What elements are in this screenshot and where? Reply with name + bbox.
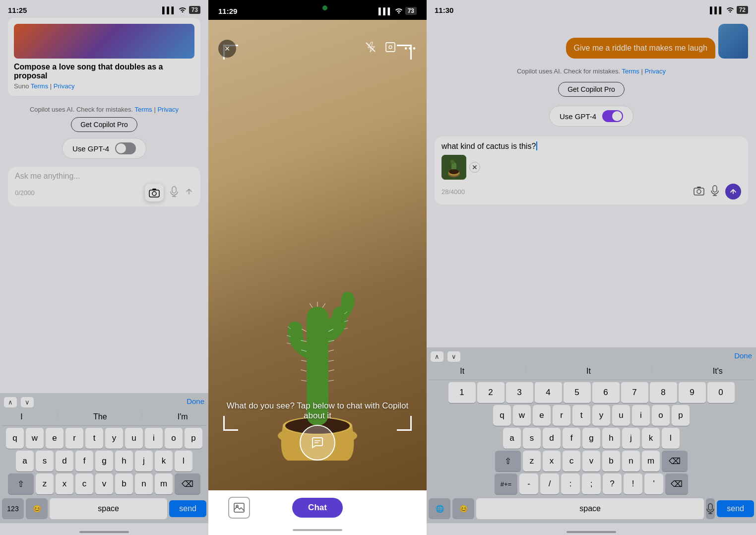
key-f[interactable]: f xyxy=(75,451,93,471)
key-h[interactable]: h xyxy=(115,451,133,471)
right-done-button[interactable]: Done xyxy=(734,351,752,362)
rkey-u[interactable]: u xyxy=(612,405,630,426)
num-0[interactable]: 0 xyxy=(707,382,735,403)
key-i[interactable]: i xyxy=(145,428,163,449)
key-r[interactable]: r xyxy=(65,428,83,449)
right-autocomplete-2[interactable]: It xyxy=(582,366,595,377)
rkey-s[interactable]: s xyxy=(523,428,541,449)
left-gpt4-toggle[interactable] xyxy=(115,142,136,154)
right-remove-thumb-button[interactable]: ✕ xyxy=(469,162,480,173)
key-z[interactable]: z xyxy=(36,473,54,494)
rkey-g[interactable]: g xyxy=(582,428,600,449)
rkey-t[interactable]: t xyxy=(572,405,590,426)
rkey-n[interactable]: n xyxy=(622,451,640,471)
right-key-mic[interactable] xyxy=(706,498,715,519)
rkey-z[interactable]: z xyxy=(523,451,541,471)
key-d[interactable]: d xyxy=(56,451,73,471)
key-w[interactable]: w xyxy=(26,428,44,449)
rkey-backspace[interactable]: ⌫ xyxy=(662,451,688,471)
middle-close-button[interactable]: × xyxy=(218,40,236,58)
flash-off-icon[interactable] xyxy=(365,41,377,56)
left-get-copilot-button[interactable]: Get Copilot Pro xyxy=(71,117,137,132)
left-terms-link[interactable]: Terms xyxy=(134,106,152,113)
rkey-p[interactable]: p xyxy=(672,405,690,426)
key-a[interactable]: a xyxy=(16,451,34,471)
key-v[interactable]: v xyxy=(95,473,113,494)
right-arrow-up[interactable]: ∧ xyxy=(431,351,443,362)
rkey-shift[interactable]: ⇧ xyxy=(495,451,521,471)
right-space-key[interactable]: space xyxy=(476,498,704,519)
key-e[interactable]: e xyxy=(46,428,63,449)
autocomplete-word-2[interactable]: The xyxy=(89,411,111,422)
num-5[interactable]: 5 xyxy=(564,382,591,403)
left-privacy-link[interactable]: Privacy xyxy=(157,106,179,113)
rkey-colon[interactable]: : xyxy=(561,473,580,494)
middle-gallery-button[interactable] xyxy=(228,497,250,519)
num-7[interactable]: 7 xyxy=(621,382,648,403)
key-k[interactable]: k xyxy=(155,451,173,471)
right-key-globe[interactable]: 🌐 xyxy=(429,498,450,519)
right-send-key[interactable]: send xyxy=(717,500,754,517)
num-1[interactable]: 1 xyxy=(448,382,476,403)
left-send-key[interactable]: send xyxy=(169,500,206,517)
rkey-d[interactable]: d xyxy=(543,428,561,449)
left-arrow-up[interactable]: ∧ xyxy=(4,397,17,407)
rkey-r[interactable]: r xyxy=(553,405,570,426)
left-input-area[interactable]: Ask me anything... 0/2000 xyxy=(8,167,200,206)
rkey-v[interactable]: v xyxy=(582,451,600,471)
rkey-tick[interactable]: ' xyxy=(644,473,663,494)
rkey-exclaim[interactable]: ! xyxy=(624,473,642,494)
key-s[interactable]: s xyxy=(36,451,54,471)
middle-chat-tab-button[interactable]: Chat xyxy=(292,498,343,518)
left-done-button[interactable]: Done xyxy=(187,397,204,407)
right-send-button[interactable] xyxy=(725,184,741,200)
right-key-emoji[interactable]: 😊 xyxy=(452,498,474,519)
left-camera-button[interactable] xyxy=(145,184,164,201)
key-q[interactable]: q xyxy=(6,428,24,449)
num-2[interactable]: 2 xyxy=(477,382,504,403)
num-3[interactable]: 3 xyxy=(506,382,533,403)
left-mic-icon[interactable] xyxy=(170,186,179,199)
card-terms-link[interactable]: Terms xyxy=(31,82,48,90)
middle-chat-circle-button[interactable] xyxy=(300,425,335,461)
right-camera-icon[interactable] xyxy=(693,186,704,198)
card-privacy-link[interactable]: Privacy xyxy=(54,82,75,90)
screenshot-icon[interactable] xyxy=(384,41,396,56)
right-get-copilot-button[interactable]: Get Copilot Pro xyxy=(558,82,625,97)
rkey-123[interactable]: #+= xyxy=(495,473,517,494)
key-t[interactable]: t xyxy=(85,428,103,449)
right-autocomplete-1[interactable]: It xyxy=(456,366,468,377)
num-9[interactable]: 9 xyxy=(679,382,706,403)
rkey-question[interactable]: ? xyxy=(603,473,622,494)
rkey-semicolon[interactable]: ; xyxy=(582,473,601,494)
autocomplete-word-1[interactable]: I xyxy=(16,411,26,422)
right-arrow-down[interactable]: ∨ xyxy=(447,351,460,362)
rkey-w[interactable]: w xyxy=(513,405,531,426)
autocomplete-word-3[interactable]: I'm xyxy=(174,411,192,422)
key-l[interactable]: l xyxy=(175,451,192,471)
num-4[interactable]: 4 xyxy=(535,382,562,403)
rkey-a[interactable]: a xyxy=(503,428,521,449)
key-x[interactable]: x xyxy=(56,473,73,494)
left-key-123[interactable]: 123 xyxy=(2,498,24,519)
rkey-f[interactable]: f xyxy=(563,428,580,449)
rkey-x[interactable]: x xyxy=(543,451,561,471)
key-g[interactable]: g xyxy=(95,451,113,471)
left-send-icon[interactable] xyxy=(185,187,193,198)
rkey-q[interactable]: q xyxy=(493,405,511,426)
key-u[interactable]: u xyxy=(125,428,143,449)
rkey-o[interactable]: o xyxy=(652,405,670,426)
key-o[interactable]: o xyxy=(165,428,183,449)
rkey-dash[interactable]: - xyxy=(519,473,538,494)
num-8[interactable]: 8 xyxy=(650,382,677,403)
key-j[interactable]: j xyxy=(135,451,153,471)
right-privacy-link[interactable]: Privacy xyxy=(644,67,666,75)
right-gpt4-toggle[interactable] xyxy=(602,110,623,122)
key-p[interactable]: p xyxy=(185,428,202,449)
num-6[interactable]: 6 xyxy=(592,382,620,403)
key-y[interactable]: y xyxy=(105,428,123,449)
key-b[interactable]: b xyxy=(115,473,133,494)
rkey-k[interactable]: k xyxy=(642,428,660,449)
rkey-e[interactable]: e xyxy=(533,405,551,426)
rkey-l[interactable]: l xyxy=(662,428,680,449)
